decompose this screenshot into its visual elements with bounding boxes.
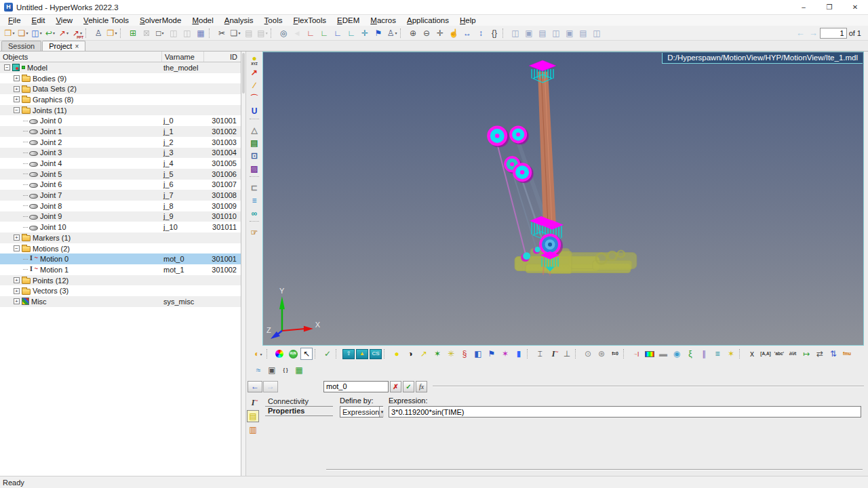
menu-macros[interactable]: Macros xyxy=(365,16,401,24)
user-views-button[interactable]: ♙▾ xyxy=(386,27,398,39)
chevron-down-icon[interactable]: ▼ xyxy=(379,407,384,417)
dropdown-caret-icon[interactable]: ▾ xyxy=(26,30,28,35)
close-button[interactable]: ✕ xyxy=(842,0,868,14)
render-image-button[interactable]: ▨ xyxy=(248,162,261,175)
color-wheel-button[interactable]: ● xyxy=(273,348,285,360)
accept-button[interactable]: ✓ xyxy=(403,381,414,392)
point-entity-button[interactable]: ● xyxy=(391,348,403,360)
previous-view-button[interactable]: ◄ xyxy=(291,27,303,39)
signal-curves-button[interactable]: ≈ xyxy=(252,364,264,376)
section-cut-button[interactable]: ⊏ xyxy=(248,181,261,194)
copy-button[interactable]: ❏▾ xyxy=(229,27,241,39)
page-number-input[interactable] xyxy=(820,28,847,39)
page-back-button[interactable]: ← xyxy=(796,28,805,38)
capture-camera-button[interactable]: ▣ xyxy=(564,27,576,39)
spline-tool-button[interactable]: U xyxy=(248,104,261,117)
tab-session[interactable]: Session xyxy=(1,41,41,51)
menu-vehicle-tools[interactable]: Vehicle Tools xyxy=(78,16,134,24)
import-solver-button[interactable]: ⇪ xyxy=(342,349,355,359)
dropdown-caret-icon[interactable]: ▾ xyxy=(266,30,268,35)
capture-video-button[interactable]: ◫ xyxy=(550,27,562,39)
swap-windows-button[interactable]: ▦ xyxy=(195,27,207,39)
templex-braces-button[interactable]: { } xyxy=(279,364,292,376)
motion-panel-button[interactable]: ⌶ xyxy=(534,348,546,360)
constraint-star-button[interactable]: ✶ xyxy=(499,348,511,360)
dropdown-caret-icon[interactable]: ▾ xyxy=(238,30,240,35)
tab-project[interactable]: Project× xyxy=(42,41,85,51)
force-panel-button[interactable]: ⊥ xyxy=(561,348,573,360)
tree-row[interactable]: Joint 9j_9301010 xyxy=(0,211,241,222)
coil-spring-button[interactable]: ξ xyxy=(684,348,696,360)
expand-icon[interactable]: + xyxy=(14,235,20,241)
xyz-sphere-button[interactable]: ●XYZ xyxy=(248,53,261,66)
swap-io-button[interactable]: ⇄ xyxy=(814,348,826,360)
dropdown-caret-icon[interactable]: ▾ xyxy=(12,30,14,35)
menu-edit[interactable]: Edit xyxy=(26,16,51,24)
translate-arrow-button[interactable]: ↗ xyxy=(248,66,261,79)
collapse-icon[interactable]: − xyxy=(14,245,20,251)
tree-row[interactable]: Joint 8j_8301009 xyxy=(0,201,241,211)
import-cad-button[interactable]: ▲ xyxy=(356,349,368,359)
dropdown-caret-icon[interactable]: ▾ xyxy=(260,352,262,357)
dropdown-caret-icon[interactable]: ▾ xyxy=(40,30,42,35)
open-session-button[interactable]: ❐▾ xyxy=(3,27,16,39)
derivative-button[interactable]: ∂/∂t xyxy=(787,348,799,360)
zoom-in-button[interactable]: ⊕ xyxy=(407,27,419,39)
plot-browser-button[interactable]: ▣ xyxy=(266,364,278,376)
propeller-joint-button[interactable]: ✶ xyxy=(431,348,443,360)
dropdown-caret-icon[interactable]: ▾ xyxy=(115,30,117,35)
menu-model[interactable]: Model xyxy=(186,16,218,24)
contact-spark-button[interactable]: ✶ xyxy=(725,348,737,360)
entity-name-input[interactable] xyxy=(323,381,389,392)
menu-solvermode[interactable]: SolverMode xyxy=(134,16,186,24)
organize-button[interactable]: ❐▾ xyxy=(106,27,118,39)
tree-row[interactable]: Joint 1j_1301002 xyxy=(0,126,241,137)
solid-stack-button[interactable]: ≡ xyxy=(711,348,724,360)
output-block-button[interactable]: ↦ xyxy=(800,348,812,360)
paste-special-button[interactable]: ▤▾ xyxy=(256,27,269,39)
expand-icon[interactable]: + xyxy=(14,96,20,102)
open-model-button[interactable]: ❏▾ xyxy=(17,27,29,39)
tree-row[interactable]: Joint 3j_3301004 xyxy=(0,148,241,159)
beam-button[interactable]: ∥ xyxy=(698,348,710,360)
paste-button[interactable]: ▤ xyxy=(243,27,255,39)
run-solver-button[interactable]: RUN xyxy=(287,348,299,360)
tree-row[interactable]: Motion 0mot_0301001 xyxy=(0,253,241,264)
increment-line-button[interactable]: ∕ xyxy=(248,79,261,92)
pan-hand-button[interactable]: ☝ xyxy=(448,27,460,39)
model-file-icon[interactable]: ▥ xyxy=(247,424,259,436)
io-vertical-button[interactable]: ⇅ xyxy=(827,348,840,360)
string-button[interactable]: 'abc' xyxy=(773,348,785,360)
tree-row[interactable]: Joint 4j_4301005 xyxy=(0,158,241,169)
view-plane-xy-button[interactable]: ∟ xyxy=(304,27,317,39)
expression-input[interactable] xyxy=(389,406,861,418)
spring-damper-button[interactable]: § xyxy=(458,348,471,360)
tree-row[interactable]: +Bodies (9) xyxy=(0,73,241,84)
tree-row[interactable]: +Markers (1) xyxy=(0,232,241,243)
graphics-viewport[interactable]: Y X Z D:/Hyperspawn/MotionView/HYP/Motio… xyxy=(262,52,864,346)
menu-analysis[interactable]: Analysis xyxy=(219,16,259,24)
export-report-button[interactable]: ↗PPT▾ xyxy=(71,27,83,39)
fmu-button[interactable]: fmu xyxy=(841,348,853,360)
translate-v-button[interactable]: ↕ xyxy=(475,27,487,39)
graphic-entity-button[interactable]: ▮ xyxy=(513,348,525,360)
tree-row[interactable]: +Points (12) xyxy=(0,275,241,286)
expand-icon[interactable]: + xyxy=(14,298,20,304)
motion-mini-icon[interactable]: I xyxy=(247,396,259,409)
browser-scrollbar[interactable] xyxy=(241,52,246,476)
cut-button[interactable]: ✂ xyxy=(216,27,228,39)
collapse-icon[interactable]: − xyxy=(4,64,10,70)
force-entity-button[interactable]: ◧ xyxy=(472,348,484,360)
joint-entity-button[interactable]: ✳ xyxy=(445,348,457,360)
bushing-button[interactable]: ▬ xyxy=(657,348,669,360)
script-x-button[interactable]: x xyxy=(746,348,758,360)
menu-tools[interactable]: Tools xyxy=(259,16,288,24)
maximize-button[interactable]: ❐ xyxy=(816,0,842,14)
contact-wall-button[interactable]: →| xyxy=(630,348,642,360)
page-layout-button[interactable]: □▾ xyxy=(154,27,166,39)
touch-mode-button[interactable]: ☞ xyxy=(248,226,261,239)
capture-movie-button[interactable]: ▤ xyxy=(577,27,589,39)
clear-button[interactable]: ✗ xyxy=(390,381,401,392)
dropdown-caret-icon[interactable]: ▾ xyxy=(66,30,68,35)
menu-applications[interactable]: Applications xyxy=(401,16,454,24)
